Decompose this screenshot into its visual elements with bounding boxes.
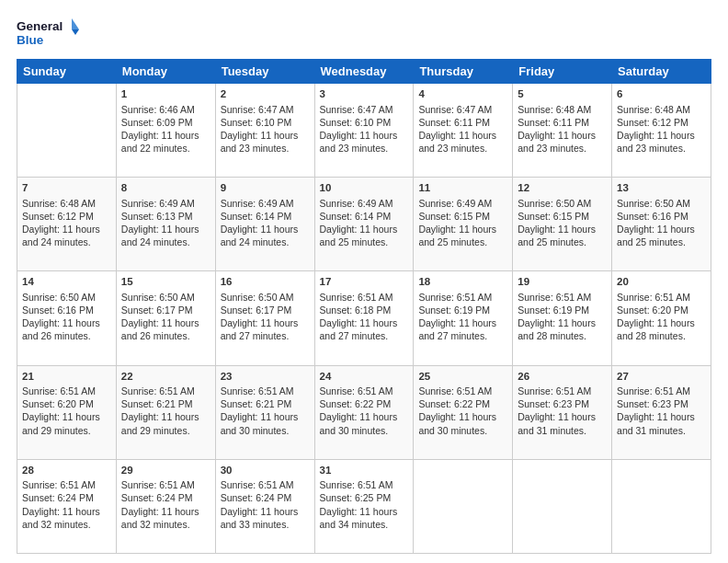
- day-number: 16: [221, 275, 310, 290]
- day-number: 7: [22, 181, 111, 196]
- logo: General Blue: [17, 17, 79, 50]
- day-number: 17: [320, 275, 409, 290]
- day-number: 18: [418, 275, 507, 290]
- day-number: 15: [121, 275, 210, 290]
- day-number: 20: [617, 275, 706, 290]
- logo-svg: General Blue: [17, 17, 79, 50]
- page: General Blue SundayMondayTuesdayWednesda…: [0, 0, 728, 563]
- day-info: Sunrise: 6:47 AM Sunset: 6:10 PM Dayligh…: [221, 104, 299, 155]
- table-row: [414, 459, 513, 553]
- day-info: Sunrise: 6:51 AM Sunset: 6:20 PM Dayligh…: [617, 292, 695, 342]
- day-info: Sunrise: 6:51 AM Sunset: 6:22 PM Dayligh…: [320, 385, 398, 436]
- calendar-table: SundayMondayTuesdayWednesdayThursdayFrid…: [17, 59, 711, 554]
- day-number: 25: [418, 370, 507, 385]
- day-info: Sunrise: 6:47 AM Sunset: 6:10 PM Dayligh…: [320, 104, 398, 155]
- day-number: 11: [418, 181, 507, 196]
- col-header-thursday: Thursday: [414, 60, 513, 84]
- day-number: 12: [518, 181, 607, 196]
- table-row: 24Sunrise: 6:51 AM Sunset: 6:22 PM Dayli…: [314, 365, 414, 459]
- table-row: 22Sunrise: 6:51 AM Sunset: 6:21 PM Dayli…: [116, 365, 215, 459]
- day-info: Sunrise: 6:51 AM Sunset: 6:20 PM Dayligh…: [22, 385, 100, 436]
- table-row: 9Sunrise: 6:49 AM Sunset: 6:14 PM Daylig…: [215, 178, 314, 271]
- col-header-tuesday: Tuesday: [215, 60, 314, 84]
- day-number: 19: [518, 275, 607, 290]
- table-row: 23Sunrise: 6:51 AM Sunset: 6:21 PM Dayli…: [215, 365, 314, 459]
- table-row: 25Sunrise: 6:51 AM Sunset: 6:22 PM Dayli…: [414, 365, 513, 459]
- table-row: 20Sunrise: 6:51 AM Sunset: 6:20 PM Dayli…: [612, 271, 711, 365]
- table-row: 15Sunrise: 6:50 AM Sunset: 6:17 PM Dayli…: [116, 271, 215, 365]
- day-info: Sunrise: 6:51 AM Sunset: 6:18 PM Dayligh…: [320, 292, 398, 342]
- table-row: 12Sunrise: 6:50 AM Sunset: 6:15 PM Dayli…: [513, 178, 612, 271]
- day-info: Sunrise: 6:49 AM Sunset: 6:14 PM Dayligh…: [320, 198, 398, 248]
- table-row: 14Sunrise: 6:50 AM Sunset: 6:16 PM Dayli…: [17, 271, 117, 365]
- table-row: 11Sunrise: 6:49 AM Sunset: 6:15 PM Dayli…: [414, 178, 513, 271]
- day-info: Sunrise: 6:51 AM Sunset: 6:19 PM Dayligh…: [418, 292, 496, 342]
- day-info: Sunrise: 6:49 AM Sunset: 6:15 PM Dayligh…: [418, 198, 496, 248]
- table-row: 13Sunrise: 6:50 AM Sunset: 6:16 PM Dayli…: [612, 178, 711, 271]
- day-number: 1: [121, 87, 210, 102]
- day-info: Sunrise: 6:51 AM Sunset: 6:24 PM Dayligh…: [221, 479, 299, 530]
- table-row: 21Sunrise: 6:51 AM Sunset: 6:20 PM Dayli…: [17, 365, 117, 459]
- day-info: Sunrise: 6:50 AM Sunset: 6:17 PM Dayligh…: [221, 292, 299, 342]
- day-number: 28: [22, 464, 111, 478]
- day-info: Sunrise: 6:48 AM Sunset: 6:11 PM Dayligh…: [518, 104, 596, 155]
- day-info: Sunrise: 6:48 AM Sunset: 6:12 PM Dayligh…: [617, 104, 695, 155]
- table-row: 28Sunrise: 6:51 AM Sunset: 6:24 PM Dayli…: [17, 459, 117, 553]
- table-row: 18Sunrise: 6:51 AM Sunset: 6:19 PM Dayli…: [414, 271, 513, 365]
- day-info: Sunrise: 6:51 AM Sunset: 6:25 PM Dayligh…: [320, 479, 398, 530]
- table-row: 19Sunrise: 6:51 AM Sunset: 6:19 PM Dayli…: [513, 271, 612, 365]
- col-header-wednesday: Wednesday: [314, 60, 414, 84]
- col-header-monday: Monday: [116, 60, 215, 84]
- day-info: Sunrise: 6:48 AM Sunset: 6:12 PM Dayligh…: [22, 198, 100, 248]
- day-number: 6: [617, 87, 706, 102]
- day-number: 31: [320, 464, 409, 478]
- table-row: [17, 84, 117, 178]
- svg-text:Blue: Blue: [17, 33, 44, 47]
- col-header-friday: Friday: [513, 60, 612, 84]
- day-info: Sunrise: 6:51 AM Sunset: 6:24 PM Dayligh…: [22, 479, 100, 530]
- day-number: 27: [617, 370, 706, 385]
- day-number: 9: [221, 181, 310, 196]
- table-row: 16Sunrise: 6:50 AM Sunset: 6:17 PM Dayli…: [215, 271, 314, 365]
- day-info: Sunrise: 6:51 AM Sunset: 6:23 PM Dayligh…: [518, 385, 596, 436]
- table-row: [513, 459, 612, 553]
- table-row: 29Sunrise: 6:51 AM Sunset: 6:24 PM Dayli…: [116, 459, 215, 553]
- day-number: 4: [418, 87, 507, 102]
- svg-text:General: General: [17, 19, 63, 33]
- day-number: 29: [121, 464, 210, 478]
- day-info: Sunrise: 6:51 AM Sunset: 6:23 PM Dayligh…: [617, 385, 695, 436]
- table-row: 17Sunrise: 6:51 AM Sunset: 6:18 PM Dayli…: [314, 271, 414, 365]
- table-row: 3Sunrise: 6:47 AM Sunset: 6:10 PM Daylig…: [314, 84, 414, 178]
- table-row: 1Sunrise: 6:46 AM Sunset: 6:09 PM Daylig…: [116, 84, 215, 178]
- day-number: 2: [221, 87, 310, 102]
- table-row: 27Sunrise: 6:51 AM Sunset: 6:23 PM Dayli…: [612, 365, 711, 459]
- day-number: 24: [320, 370, 409, 385]
- day-info: Sunrise: 6:46 AM Sunset: 6:09 PM Dayligh…: [121, 104, 199, 155]
- svg-marker-3: [72, 29, 79, 35]
- svg-marker-2: [72, 18, 79, 29]
- table-row: 7Sunrise: 6:48 AM Sunset: 6:12 PM Daylig…: [17, 178, 117, 271]
- day-number: 21: [22, 370, 111, 385]
- day-number: 14: [22, 275, 111, 290]
- table-row: 4Sunrise: 6:47 AM Sunset: 6:11 PM Daylig…: [414, 84, 513, 178]
- table-row: 6Sunrise: 6:48 AM Sunset: 6:12 PM Daylig…: [612, 84, 711, 178]
- day-number: 13: [617, 181, 706, 196]
- day-number: 30: [221, 464, 310, 478]
- day-number: 26: [518, 370, 607, 385]
- col-header-saturday: Saturday: [612, 60, 711, 84]
- day-number: 3: [320, 87, 409, 102]
- day-info: Sunrise: 6:49 AM Sunset: 6:14 PM Dayligh…: [221, 198, 299, 248]
- table-row: 5Sunrise: 6:48 AM Sunset: 6:11 PM Daylig…: [513, 84, 612, 178]
- day-number: 22: [121, 370, 210, 385]
- table-row: 30Sunrise: 6:51 AM Sunset: 6:24 PM Dayli…: [215, 459, 314, 553]
- day-info: Sunrise: 6:51 AM Sunset: 6:21 PM Dayligh…: [221, 385, 299, 436]
- table-row: 2Sunrise: 6:47 AM Sunset: 6:10 PM Daylig…: [215, 84, 314, 178]
- day-info: Sunrise: 6:50 AM Sunset: 6:16 PM Dayligh…: [617, 198, 695, 248]
- table-row: [612, 459, 711, 553]
- table-row: 8Sunrise: 6:49 AM Sunset: 6:13 PM Daylig…: [116, 178, 215, 271]
- day-info: Sunrise: 6:50 AM Sunset: 6:15 PM Dayligh…: [518, 198, 596, 248]
- table-row: 10Sunrise: 6:49 AM Sunset: 6:14 PM Dayli…: [314, 178, 414, 271]
- day-info: Sunrise: 6:49 AM Sunset: 6:13 PM Dayligh…: [121, 198, 199, 248]
- day-info: Sunrise: 6:47 AM Sunset: 6:11 PM Dayligh…: [418, 104, 496, 155]
- header: General Blue: [17, 17, 711, 50]
